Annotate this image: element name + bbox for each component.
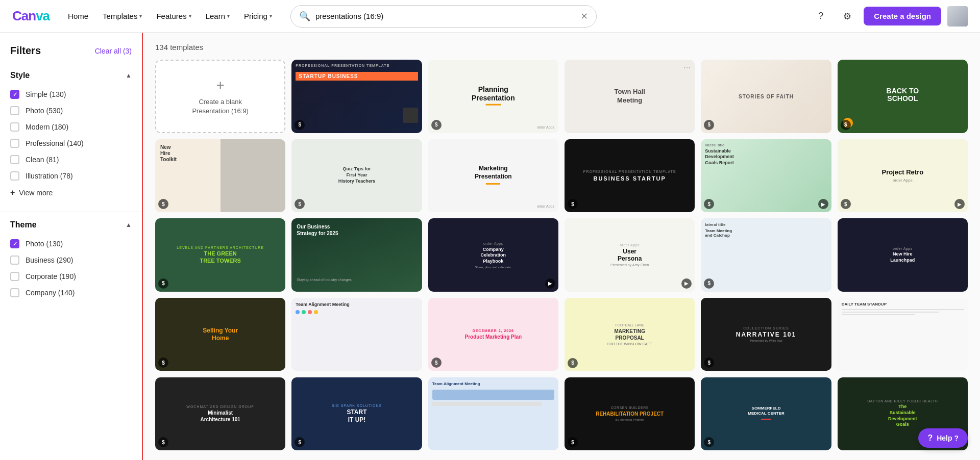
help-icon: ? xyxy=(927,433,933,443)
photo-checkbox[interactable] xyxy=(10,106,19,115)
template-new-hire-launchpad[interactable]: order Apps New HireLaunchpad xyxy=(838,218,968,292)
help-button[interactable]: ? Help ? xyxy=(918,428,968,448)
template-biz-strategy[interactable]: Our BusinessStrategy for 2025 Staying ah… xyxy=(291,218,422,292)
clean-checkbox[interactable] xyxy=(10,155,19,164)
filter-business[interactable]: Business (290) xyxy=(10,252,132,268)
template-project-retro[interactable]: Project Retro order Apps $ ▶ xyxy=(838,139,968,213)
features-arrow-icon: ▾ xyxy=(189,13,191,19)
results-count: 134 templates xyxy=(155,43,968,52)
template-planning-presentation[interactable]: PlanningPresentation order Apps $ xyxy=(428,60,558,133)
price-badge: $ xyxy=(568,358,578,368)
filter-illustration[interactable]: Illustration (78) xyxy=(10,168,132,184)
photo-theme-label: Photo (130) xyxy=(26,240,63,248)
filter-photo[interactable]: Photo (530) xyxy=(10,103,132,119)
simple-checkbox[interactable] xyxy=(10,90,19,99)
learn-arrow-icon: ▾ xyxy=(227,13,230,19)
filter-professional[interactable]: Professional (140) xyxy=(10,135,132,151)
filter-modern[interactable]: Modern (180) xyxy=(10,119,132,135)
nav-templates[interactable]: Templates ▾ xyxy=(96,8,148,24)
template-product-mkt[interactable]: DECEMBER 2, 2026 Product Marketing Plan … xyxy=(428,298,558,371)
template-mkt-proposal[interactable]: FOOTBALL LANE MARKETINGPROPOSAL FOR THE … xyxy=(565,298,695,371)
template-daily-standup[interactable]: DAILY TEAM STANDUP xyxy=(838,298,968,371)
play-badge: ▶ xyxy=(545,278,555,289)
corporate-checkbox[interactable] xyxy=(10,272,19,281)
price-badge: $ xyxy=(295,437,305,447)
template-start-it-up[interactable]: BIG SPARK SOLUTIONS STARTIT UP! $ xyxy=(291,377,422,451)
price-badge: $ xyxy=(295,120,305,130)
template-minimalist-arch[interactable]: WOCHMATIZED DESIGN GROUP MinimalistArchi… xyxy=(155,377,285,451)
sidebar: Filters Clear all (3) Style ▲ Simple (13… xyxy=(0,33,143,460)
modern-checkbox[interactable] xyxy=(10,122,19,132)
template-back-to-school[interactable]: BACK TOSCHOOL $ xyxy=(838,60,968,133)
simple-label: Simple (130) xyxy=(26,90,66,98)
settings-icon-btn[interactable]: ⚙ xyxy=(837,6,857,27)
template-quiz-tips[interactable]: Quiz Tips forFirst YearHistory Teachers … xyxy=(291,139,422,213)
template-team-meeting3[interactable]: Team Alignment Meeting xyxy=(428,377,558,451)
nav-learn[interactable]: Learn ▾ xyxy=(200,8,236,24)
template-selling-home[interactable]: Selling YourHome $ xyxy=(155,298,285,371)
clear-all-button[interactable]: Clear all (3) xyxy=(95,47,132,55)
template-team-align[interactable]: Team Alignment Meeting xyxy=(291,298,422,371)
price-badge: $ xyxy=(158,357,168,368)
clean-label: Clean (81) xyxy=(26,156,59,164)
create-blank-text: Create a blankPresentation (16:9) xyxy=(192,97,249,116)
template-new-hire-toolkit[interactable]: NewHireToolkit $ xyxy=(155,139,285,213)
template-company-celebration[interactable]: order Apps CompanyCelebrationPlaybook Sh… xyxy=(428,218,558,292)
modern-label: Modern (180) xyxy=(26,123,68,131)
template-stories-faith[interactable]: STORIES OF FAITH $ xyxy=(701,60,831,133)
canva-logo[interactable]: Canva xyxy=(12,8,50,24)
filter-clean[interactable]: Clean (81) xyxy=(10,151,132,168)
filter-simple[interactable]: Simple (130) xyxy=(10,86,132,103)
template-business-startup[interactable]: PROFESSIONAL PRESENTATION TEMPLATE BUSIN… xyxy=(565,139,695,213)
photo-theme-checkbox[interactable] xyxy=(10,239,19,248)
template-sommerfeld[interactable]: SOMMERFELDMEDICAL CENTER $ xyxy=(701,377,831,451)
template-town-hall[interactable]: Town HallMeeting ⋯ xyxy=(565,60,695,133)
template-narrative[interactable]: COLLECTION SERIES NARRATIVE 101 Presente… xyxy=(701,298,831,371)
corporate-label: Corporate (190) xyxy=(26,272,76,280)
illustration-checkbox[interactable] xyxy=(10,171,19,181)
view-more-style[interactable]: + View more xyxy=(10,184,132,201)
search-clear-icon[interactable]: ✕ xyxy=(580,11,588,22)
filter-photo-theme[interactable]: Photo (130) xyxy=(10,236,132,252)
price-badge: $ xyxy=(431,357,442,368)
help-icon-btn[interactable]: ? xyxy=(811,6,831,27)
business-checkbox[interactable] xyxy=(10,255,19,265)
nav-features[interactable]: Features ▾ xyxy=(150,8,197,24)
template-green-tree[interactable]: LEVELS AND PARTNERS ARCHITECTURE THE GRE… xyxy=(155,218,285,292)
plus-icon: + xyxy=(10,188,15,197)
template-sustainable-goals[interactable]: lateral title SustainableDevelopmentGoal… xyxy=(701,139,831,213)
template-user-persona[interactable]: order Apps UserPersona Presented by Amy … xyxy=(565,218,695,292)
search-icon: 🔍 xyxy=(299,11,310,22)
content-area: 134 templates + Create a blankPresentati… xyxy=(143,33,980,460)
template-team-meeting2[interactable]: lateral title Team Meetingand Catchup $ xyxy=(701,218,831,292)
price-badge: $ xyxy=(158,437,168,447)
create-blank-card[interactable]: + Create a blankPresentation (16:9) xyxy=(155,60,285,133)
price-badge: $ xyxy=(704,199,714,209)
create-design-button[interactable]: Create a design xyxy=(864,7,941,25)
header-actions: ? ⚙ Create a design xyxy=(811,6,968,27)
style-section-header[interactable]: Style ▲ xyxy=(10,65,132,86)
search-input[interactable] xyxy=(315,12,575,20)
nav-home[interactable]: Home xyxy=(62,8,94,24)
price-badge: $ xyxy=(841,199,851,209)
photo-label: Photo (530) xyxy=(26,107,63,115)
theme-section-header[interactable]: Theme ▲ xyxy=(10,214,132,236)
company-checkbox[interactable] xyxy=(10,288,19,297)
price-badge: $ xyxy=(841,120,851,130)
template-rehabilitation[interactable]: CORSEN BUILDERS REHABILITATION PROJECT B… xyxy=(565,377,695,451)
price-badge: $ xyxy=(158,278,168,289)
template-startup-business[interactable]: PROFESSIONAL PRESENTATION TEMPLATE START… xyxy=(291,60,422,133)
template-marketing-presentation[interactable]: MarketingPresentation order Apps xyxy=(428,139,558,213)
professional-checkbox[interactable] xyxy=(10,139,19,148)
sidebar-divider xyxy=(0,212,142,212)
price-badge: $ xyxy=(704,120,714,130)
nav-pricing[interactable]: Pricing ▾ xyxy=(238,8,278,24)
price-badge: $ xyxy=(431,120,442,130)
style-section-title: Style xyxy=(10,71,30,80)
price-badge: $ xyxy=(704,278,714,289)
filter-corporate[interactable]: Corporate (190) xyxy=(10,268,132,285)
price-badge: $ xyxy=(158,199,168,209)
professional-label: Professional (140) xyxy=(26,139,84,147)
avatar[interactable] xyxy=(947,6,968,27)
filter-company[interactable]: Company (140) xyxy=(10,285,132,301)
